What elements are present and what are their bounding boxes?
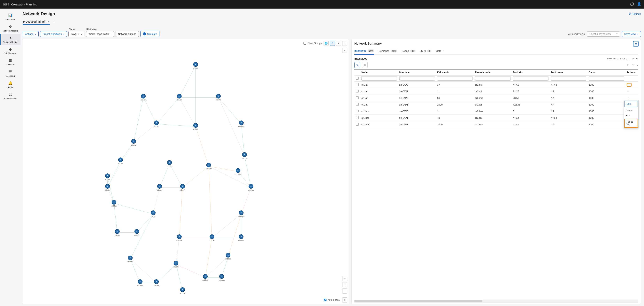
list-view-icon[interactable]: ☰ bbox=[632, 64, 634, 67]
filter-interface[interactable] bbox=[400, 76, 435, 81]
table-row[interactable]: cr1.atlxe-0/0/037cr1.hst477.8477.81000⋯ bbox=[354, 82, 638, 88]
node-cr2.bos[interactable]: cr2.bos bbox=[225, 253, 231, 260]
node-cr1.sjc[interactable]: cr1.sjc bbox=[151, 210, 156, 217]
col-remote-node[interactable]: Remote node bbox=[474, 69, 512, 76]
row-actions-icon[interactable]: ⋯ bbox=[627, 83, 632, 87]
node-cr2.atl[interactable]: cr2.atl bbox=[193, 123, 198, 130]
node-er1.hst[interactable]: er1.hst bbox=[141, 94, 146, 101]
node-er1.sjc[interactable]: er1.sjc bbox=[134, 229, 140, 236]
actions-button[interactable]: Actions bbox=[22, 31, 38, 37]
select-all-checkbox[interactable] bbox=[356, 77, 359, 80]
node-cr1.wdc[interactable]: cr1.wdc bbox=[206, 163, 212, 170]
close-tab-icon[interactable]: × bbox=[48, 20, 49, 23]
tab-lsps[interactable]: LSPs0 bbox=[420, 48, 431, 54]
row-checkbox[interactable] bbox=[356, 123, 359, 126]
filter-remote-node[interactable] bbox=[475, 76, 510, 81]
horizontal-scrollbar[interactable] bbox=[354, 300, 638, 303]
simulate-button[interactable]: ▶Simulate bbox=[140, 31, 160, 37]
row-checkbox[interactable] bbox=[356, 103, 359, 106]
preset-workflows-button[interactable]: Preset workflows bbox=[40, 31, 67, 37]
filter-traff-sim[interactable] bbox=[513, 76, 548, 81]
menu-fail-to-wc[interactable]: Fail to WC bbox=[624, 119, 638, 128]
saved-view-select[interactable]: Select a saved view▾ bbox=[587, 31, 620, 37]
nav-network-design[interactable]: ✦Network Design bbox=[0, 34, 20, 45]
row-checkbox[interactable] bbox=[356, 96, 359, 99]
network-options-button[interactable]: Network options bbox=[116, 31, 139, 37]
row-checkbox[interactable] bbox=[356, 83, 359, 86]
filter-capac[interactable] bbox=[589, 76, 624, 81]
nav-administration[interactable]: ☷Administration bbox=[0, 90, 20, 102]
row-checkbox[interactable] bbox=[356, 116, 359, 119]
node-cr1.mia[interactable]: cr1.mia bbox=[242, 152, 248, 159]
nav-licensing[interactable]: ☴Licensing bbox=[0, 68, 20, 79]
node-er1.mia[interactable]: er1.mia bbox=[238, 121, 244, 128]
node-er2.lax[interactable]: er2.lax bbox=[105, 173, 110, 180]
node-cr1.sea[interactable]: cr1.sea bbox=[128, 256, 133, 263]
auto-focus-toggle[interactable]: Auto-Focus bbox=[323, 298, 340, 302]
menu-delete[interactable]: Delete bbox=[624, 108, 638, 113]
nav-alerts[interactable]: 🔔Alerts bbox=[0, 79, 20, 90]
recenter-icon[interactable]: ✥ bbox=[342, 298, 347, 303]
tab-interfaces[interactable]: Interfaces100 bbox=[354, 48, 374, 55]
row-checkbox[interactable] bbox=[356, 90, 359, 92]
user-icon[interactable]: 👤 bbox=[637, 2, 641, 7]
col-traff-meas[interactable]: Traff meas bbox=[550, 69, 588, 76]
zoom-out-icon[interactable]: － bbox=[342, 289, 347, 294]
node-er1.atl[interactable]: er1.atl bbox=[193, 62, 198, 69]
node-cr2.sea[interactable]: cr2.sea bbox=[154, 279, 160, 286]
show-groups-toggle[interactable]: Show Groups bbox=[303, 41, 322, 45]
file-tab[interactable]: processed-lab.pln × bbox=[22, 19, 50, 25]
node-cr2.mia[interactable]: cr2.mia bbox=[216, 94, 222, 101]
topology-canvas[interactable]: Show Groups 🌐 ᛘ ‹ › ⅄ er1.atlcr1.atlcr2.… bbox=[22, 39, 349, 304]
plot-view-select[interactable]: Worst- case traffic bbox=[86, 31, 114, 37]
table-row[interactable]: cr1.bosxe-0/0/143cr2.chi449.4449.41000⋯ bbox=[354, 115, 638, 121]
node-cr1.bos[interactable]: cr1.bos bbox=[202, 274, 208, 281]
node-er1.lax[interactable]: er1.lax bbox=[118, 157, 123, 164]
legend-icon[interactable]: ≡ bbox=[342, 276, 347, 281]
refresh-icon[interactable]: ⟳ bbox=[632, 57, 634, 60]
node-er1.wdc[interactable]: er1.wdc bbox=[235, 168, 241, 175]
table-row[interactable]: cr1.atlxe-0/0/11cr2.atl71.25NA1000⋯ bbox=[354, 88, 638, 95]
next-icon[interactable]: › bbox=[342, 41, 347, 46]
row-actions-icon[interactable]: ⋯ bbox=[627, 97, 630, 100]
node-er1.chi[interactable]: er1.chi bbox=[180, 287, 185, 294]
node-cr2.kcy[interactable]: cr2.kcy bbox=[157, 184, 162, 191]
node-cr1.chi[interactable]: cr1.chi bbox=[174, 261, 179, 268]
topology-view-icon[interactable]: ᛘ bbox=[330, 41, 335, 46]
save-view-button[interactable]: Save view bbox=[622, 31, 641, 37]
node-er2.sjc[interactable]: er2.sjc bbox=[114, 229, 120, 236]
filter-node[interactable] bbox=[361, 76, 397, 81]
edit-icon[interactable]: ✎ bbox=[354, 62, 360, 68]
menu-edit[interactable]: Edit bbox=[624, 101, 638, 107]
help-icon[interactable]: ⓘ bbox=[630, 2, 634, 7]
settings-link[interactable]: ⚙Settings bbox=[628, 12, 641, 15]
table-row[interactable]: cr1.bosxe-0/0/01cr2.bos0NA1000⋯ bbox=[354, 108, 638, 115]
node-cr2.chi[interactable]: cr2.chi bbox=[176, 234, 182, 241]
table-row[interactable]: cr1.atlxe-0/1/036cr2.mia23.57NA1000⋯ bbox=[354, 95, 638, 101]
columns-icon[interactable]: ≡ bbox=[636, 64, 638, 67]
filter-icon[interactable]: ⚲ bbox=[627, 64, 629, 67]
show-select[interactable]: Layer 3 bbox=[68, 31, 84, 37]
node-cr2.wdc[interactable]: cr2.wdc bbox=[248, 184, 254, 191]
node-er1.kcy[interactable]: er1.kcy bbox=[167, 160, 172, 167]
col-capac[interactable]: Capac bbox=[588, 69, 625, 76]
node-cr1.nyc[interactable]: cr1.nyc bbox=[238, 210, 244, 217]
node-cr1.kcy[interactable]: cr1.kcy bbox=[180, 184, 185, 191]
node-er1.nyc[interactable]: er1.nyc bbox=[238, 234, 244, 241]
nav-job-manager[interactable]: ◆Job Manager bbox=[0, 45, 20, 56]
col-igp-metric[interactable]: IGP metric bbox=[436, 69, 474, 76]
menu-fail[interactable]: Fail bbox=[624, 113, 638, 118]
add-tab-button[interactable]: ＋ bbox=[52, 19, 56, 24]
row-actions-icon[interactable]: ⋯ bbox=[627, 90, 630, 93]
list-toggle-icon[interactable]: ≣ bbox=[633, 41, 638, 46]
col-interface[interactable]: Interface bbox=[398, 69, 436, 76]
globe-view-icon[interactable]: 🌐 bbox=[324, 41, 329, 46]
nav-collector[interactable]: ☰Collector bbox=[0, 56, 20, 68]
row-checkbox[interactable] bbox=[356, 110, 359, 112]
table-row[interactable]: cr1.atlxe-0/1/11000er1.atl423.48NA1000⋯ bbox=[354, 101, 638, 108]
node-cr1.lax[interactable]: cr1.lax bbox=[105, 184, 110, 191]
node-cr2.lax[interactable]: cr2.lax bbox=[112, 200, 117, 207]
node-cr2.nyc[interactable]: cr2.nyc bbox=[209, 234, 215, 241]
tab-demands[interactable]: Demands109 bbox=[378, 48, 397, 54]
node-cr1.atl[interactable]: cr1.atl bbox=[177, 94, 182, 101]
